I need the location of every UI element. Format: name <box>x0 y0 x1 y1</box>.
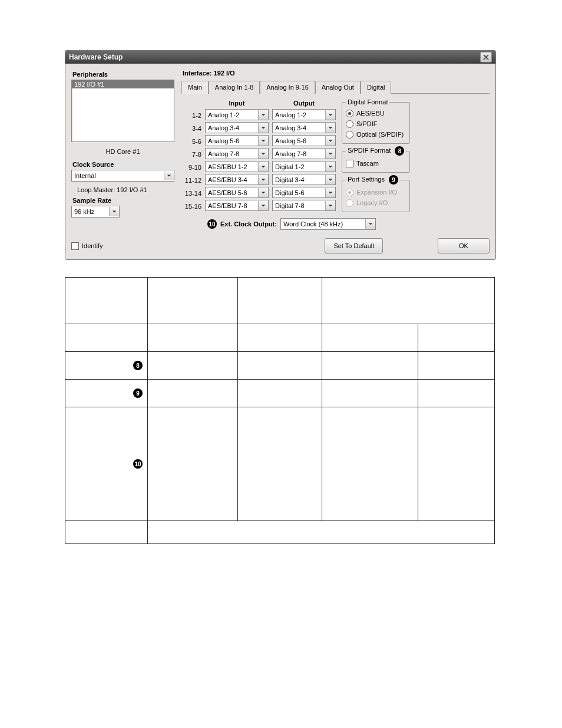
chevron-down-icon <box>325 162 335 172</box>
callout-badge: 9 <box>133 388 143 398</box>
chevron-down-icon <box>325 110 335 120</box>
output-select-5-6[interactable]: Analog 5-6 <box>272 135 336 146</box>
clock-source-select[interactable]: Internal <box>71 170 174 182</box>
input-select-13-14[interactable]: AES/EBU 5-6 <box>205 187 269 198</box>
clock-source-value: Internal <box>72 172 164 179</box>
hardware-setup-window: Hardware Setup Peripherals 192 I/O #1 HD… <box>65 50 496 260</box>
io-row-label: 15-16 <box>181 200 205 213</box>
set-to-default-button[interactable]: Set To Default <box>325 238 383 253</box>
chevron-down-icon <box>325 188 335 197</box>
ext-clock-select[interactable]: Word Clock (48 kHz) <box>280 218 376 230</box>
radio-expansion-io: Expansion I/O <box>346 187 406 197</box>
clock-source-label: Clock Source <box>72 161 174 168</box>
callout-badge: 8 <box>133 361 143 370</box>
io-row-label: 3-4 <box>181 122 205 135</box>
io-row-label: 13-14 <box>181 187 205 200</box>
loop-master-label: Loop Master: 192 I/O #1 <box>77 186 174 193</box>
output-select-1-2[interactable]: Analog 1-2 <box>272 109 336 120</box>
callout-badge: 10 <box>133 459 143 469</box>
radio-aes-ebu[interactable]: AES/EBU <box>346 108 406 118</box>
output-select-15-16[interactable]: Digital 7-8 <box>272 200 336 211</box>
output-select-13-14[interactable]: Digital 5-6 <box>272 187 336 198</box>
chevron-down-icon <box>258 123 268 133</box>
input-select-3-4[interactable]: Analog 3-4 <box>205 122 269 133</box>
peripherals-list[interactable]: 192 I/O #1 <box>71 80 174 142</box>
radio-optical-spdif[interactable]: Optical (S/PDIF) <box>346 129 406 140</box>
digital-format-legend: Digital Format <box>346 98 389 106</box>
output-header: Output <box>272 97 336 109</box>
callout-badge-10: 10 <box>207 219 217 229</box>
chevron-down-icon <box>258 110 268 120</box>
chevron-down-icon <box>258 188 268 197</box>
port-settings-group: Port Settings 9 Expansion I/O Legacy I/O <box>342 175 410 212</box>
chevron-down-icon <box>164 171 174 180</box>
sample-rate-value: 96 kHz <box>72 208 109 215</box>
interface-label: Interface: 192 I/O <box>183 70 490 77</box>
chevron-down-icon <box>258 149 268 159</box>
input-select-9-10[interactable]: AES/EBU 1-2 <box>205 161 269 172</box>
chevron-down-icon <box>258 175 268 185</box>
chevron-down-icon <box>258 201 268 210</box>
spdif-format-group: S/PDIF Format 8 Tascam <box>342 146 410 173</box>
input-select-1-2[interactable]: Analog 1-2 <box>205 109 269 120</box>
input-select-15-16[interactable]: AES/EBU 7-8 <box>205 200 269 211</box>
chevron-down-icon <box>325 175 335 185</box>
sample-rate-label: Sample Rate <box>72 197 174 204</box>
tab-main[interactable]: Main <box>181 81 209 94</box>
close-button[interactable] <box>480 52 492 62</box>
io-row-label: 7-8 <box>181 148 205 161</box>
chevron-down-icon <box>109 207 119 216</box>
tab-analog-out[interactable]: Analog Out <box>315 81 361 94</box>
chevron-down-icon <box>325 136 335 146</box>
tab-analog-in-1-8[interactable]: Analog In 1-8 <box>209 81 260 94</box>
output-select-7-8[interactable]: Analog 7-8 <box>272 148 336 159</box>
io-row-label: 5-6 <box>181 135 205 148</box>
input-header: Input <box>205 97 269 109</box>
io-row-label: 9-10 <box>181 161 205 174</box>
peripherals-label: Peripherals <box>72 71 174 78</box>
output-select-9-10[interactable]: Digital 1-2 <box>272 161 336 172</box>
radio-spdif[interactable]: S/PDIF <box>346 118 406 129</box>
window-title: Hardware Setup <box>69 53 480 61</box>
tab-analog-in-9-16[interactable]: Analog In 9-16 <box>260 81 315 94</box>
io-row-label: 11-12 <box>181 174 205 187</box>
input-select-5-6[interactable]: Analog 5-6 <box>205 135 269 146</box>
callout-badge-8: 8 <box>395 146 404 156</box>
tab-digital[interactable]: Digital <box>361 81 392 94</box>
check-tascam[interactable]: Tascam <box>346 158 406 169</box>
output-select-3-4[interactable]: Analog 3-4 <box>272 122 336 133</box>
identify-checkbox[interactable]: Identify <box>71 241 103 251</box>
digital-format-group: Digital Format AES/EBU S/PDIF Optical (S… <box>342 98 410 144</box>
io-row-label: 1-2 <box>181 109 205 122</box>
callout-table: 8 9 10 <box>65 277 495 544</box>
input-select-11-12[interactable]: AES/EBU 3-4 <box>205 174 269 185</box>
hd-core-label: HD Core #1 <box>71 148 174 155</box>
spdif-format-legend: S/PDIF Format 8 <box>346 146 406 156</box>
radio-legacy-io: Legacy I/O <box>346 197 406 208</box>
ok-button[interactable]: OK <box>438 238 490 253</box>
port-settings-legend: Port Settings 9 <box>346 175 400 185</box>
chevron-down-icon <box>258 136 268 146</box>
chevron-down-icon <box>365 219 375 229</box>
io-row-labels: 1-2 3-4 5-6 7-8 9-10 11-12 13-14 15-16 <box>181 97 205 215</box>
chevron-down-icon <box>325 149 335 159</box>
sample-rate-select[interactable]: 96 kHz <box>71 206 120 218</box>
tab-bar: Main Analog In 1-8 Analog In 9-16 Analog… <box>181 80 490 94</box>
chevron-down-icon <box>258 162 268 172</box>
title-bar: Hardware Setup <box>65 51 495 64</box>
input-select-7-8[interactable]: Analog 7-8 <box>205 148 269 159</box>
callout-badge-9: 9 <box>389 175 398 185</box>
close-icon <box>483 54 489 60</box>
output-select-11-12[interactable]: Digital 3-4 <box>272 174 336 185</box>
ext-clock-label: Ext. Clock Output: <box>220 220 277 228</box>
chevron-down-icon <box>325 123 335 133</box>
chevron-down-icon <box>325 201 335 210</box>
peripherals-item[interactable]: 192 I/O #1 <box>72 80 174 88</box>
